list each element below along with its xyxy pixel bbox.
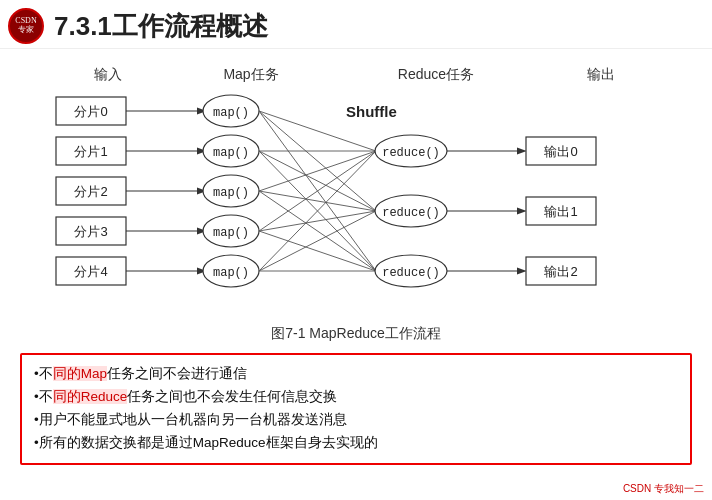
shuffle-3-2 — [259, 231, 376, 271]
map-label-0: map() — [213, 106, 249, 120]
mapreduce-diagram: 输入 Map任务 Reduce任务 输出 Shuffle 分片0 分片1 分片2… — [36, 59, 676, 319]
input-label-4: 分片4 — [74, 264, 107, 279]
diagram-svg-wrapper: 输入 Map任务 Reduce任务 输出 Shuffle 分片0 分片1 分片2… — [20, 59, 692, 319]
shuffle-1-1 — [259, 151, 376, 211]
col-input-label: 输入 — [94, 66, 122, 82]
logo: CSDN专家 — [8, 8, 44, 44]
shuffle-4-1 — [259, 211, 376, 271]
bullets-box: •不同的Map任务之间不会进行通信 •不同的Reduce任务之间也不会发生任何信… — [20, 353, 692, 465]
input-label-3: 分片3 — [74, 224, 107, 239]
diagram-caption: 图7-1 MapReduce工作流程 — [20, 325, 692, 343]
header: CSDN专家 7.3.1工作流程概述 — [0, 0, 712, 49]
shuffle-3-1 — [259, 211, 376, 231]
map-label-2: map() — [213, 186, 249, 200]
shuffle-label: Shuffle — [346, 103, 397, 120]
reduce-label-2: reduce() — [382, 266, 440, 280]
shuffle-2-0 — [259, 151, 376, 191]
col-map-label: Map任务 — [223, 66, 278, 82]
main-content: 输入 Map任务 Reduce任务 输出 Shuffle 分片0 分片1 分片2… — [0, 49, 712, 465]
input-label-2: 分片2 — [74, 184, 107, 199]
col-reduce-label: Reduce任务 — [398, 66, 474, 82]
output-label-2: 输出2 — [544, 264, 577, 279]
logo-text: CSDN专家 — [15, 17, 36, 35]
col-output-label: 输出 — [587, 66, 615, 82]
map-label-4: map() — [213, 266, 249, 280]
output-label-0: 输出0 — [544, 144, 577, 159]
input-label-0: 分片0 — [74, 104, 107, 119]
shuffle-0-1 — [259, 111, 376, 211]
reduce-label-1: reduce() — [382, 206, 440, 220]
shuffle-3-0 — [259, 151, 376, 231]
bullet-item-1: •不同的Reduce任务之间也不会发生任何信息交换 — [34, 386, 678, 409]
page-title: 7.3.1工作流程概述 — [54, 9, 268, 44]
shuffle-2-2 — [259, 191, 376, 271]
map-label-1: map() — [213, 146, 249, 160]
bullet-item-3: •所有的数据交换都是通过MapReduce框架自身去实现的 — [34, 432, 678, 455]
input-label-1: 分片1 — [74, 144, 107, 159]
reduce-label-0: reduce() — [382, 146, 440, 160]
bullet-item-0: •不同的Map任务之间不会进行通信 — [34, 363, 678, 386]
map-label-3: map() — [213, 226, 249, 240]
shuffle-2-1 — [259, 191, 376, 211]
watermark: CSDN 专我知一二 — [623, 482, 704, 496]
output-label-1: 输出1 — [544, 204, 577, 219]
bullet-item-2: •用户不能显式地从一台机器向另一台机器发送消息 — [34, 409, 678, 432]
diagram-container: 输入 Map任务 Reduce任务 输出 Shuffle 分片0 分片1 分片2… — [20, 59, 692, 343]
